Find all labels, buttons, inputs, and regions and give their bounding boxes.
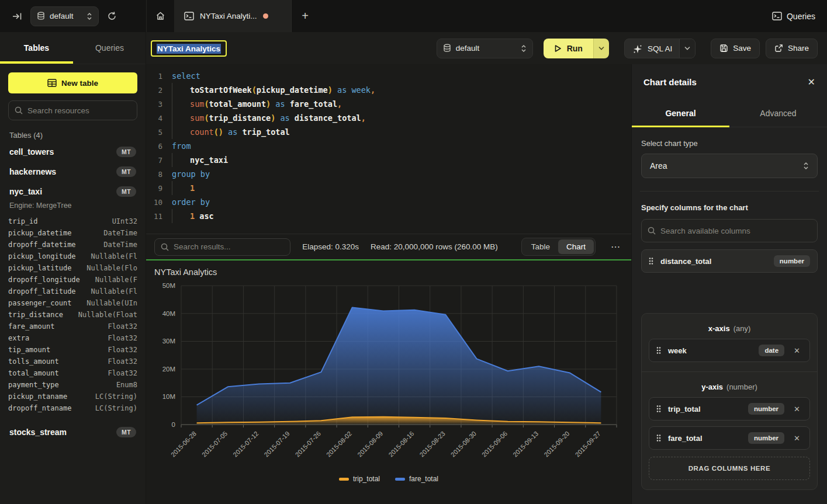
column-chip-name: week [668,346,752,355]
column-type: Nullable(F [95,274,137,286]
drag-handle-icon[interactable] [656,405,661,413]
table-name: cell_towers [9,147,54,157]
token: from [172,141,191,151]
share-button[interactable]: Share [766,39,818,58]
svg-text:2015-07-12: 2015-07-12 [231,430,259,458]
drag-handle-icon[interactable] [656,434,661,442]
legend-item-trip_total[interactable]: trip_total [339,475,380,483]
remove-icon[interactable]: ✕ [791,345,802,356]
svg-text:40M: 40M [162,310,175,317]
column-name: payment_type [8,379,59,391]
chart-legend: trip_totalfare_total [146,475,631,483]
sql-editor[interactable]: 1select2toStartOfWeek(pickup_datetime) a… [146,64,631,234]
drag-handle-icon[interactable] [649,257,653,265]
new-table-button[interactable]: New table [8,72,137,93]
results-search[interactable] [154,238,290,256]
y-axis-hint: (number) [726,383,757,391]
sql-ai-button[interactable]: SQL AI [625,39,679,58]
run-button[interactable]: Run [544,39,593,58]
column-name: pickup_ntaname [8,391,67,402]
remove-icon[interactable]: ✕ [791,433,802,444]
svg-text:2015-08-23: 2015-08-23 [418,430,447,458]
new-tab-icon[interactable]: + [292,0,319,32]
sql-ai-chevron-icon[interactable] [679,39,695,58]
y-axis-title: y-axis [701,383,723,391]
refresh-icon[interactable] [105,9,119,23]
column-chip-name: fare_total [668,434,741,443]
column-chip-trip_total[interactable]: trip_totalnumber✕ [649,397,810,420]
svg-text:10M: 10M [162,393,175,400]
token: sum [190,113,204,123]
column-row: passenger_countNullable(UIn [8,297,137,309]
token: 1 [190,211,195,221]
tab-strip: NYTaxi Analyti... + [146,0,772,32]
read-stat: Read: 20,000,000 rows (260.00 MB) [371,242,498,251]
legend-swatch [395,478,405,481]
results-search-input[interactable] [174,242,284,251]
code-line: 8group by [146,167,631,181]
column-type: Nullable(Fl [91,251,137,262]
query-title-input[interactable]: NYTaxi Analytics [151,40,227,57]
column-name: fare_amount [8,321,54,332]
table-row[interactable]: hackernewsMT [8,162,137,182]
collapse-sidebar-icon[interactable] [9,9,25,24]
tab-nytaxi-analytics[interactable]: NYTaxi Analyti... [175,0,292,32]
table-row[interactable]: stocks_streamMT [8,422,137,442]
topbar-left: default [0,0,146,32]
resources-search-input[interactable] [27,106,131,115]
column-chip-week[interactable]: weekdate✕ [649,339,810,362]
line-number: 3 [146,100,162,109]
drag-handle-icon[interactable] [656,346,661,354]
table-row[interactable]: cell_towersMT [8,142,137,162]
tab-queries[interactable]: Queries [73,32,146,64]
more-options-icon[interactable]: ⋯ [607,239,624,255]
close-icon[interactable]: ✕ [808,77,815,88]
legend-swatch [339,478,349,481]
query-toolbar: NYTaxi Analytics default [146,32,827,64]
column-row: pickup_datetimeDateTime [8,227,137,239]
tab-advanced[interactable]: Advanced [729,99,827,127]
table-grid-icon [47,79,57,87]
view-toggle-table[interactable]: Table [523,239,558,254]
columns-search-input[interactable] [660,227,811,235]
column-name: extra [8,332,29,344]
table-row[interactable]: nyc_taxiMT [8,182,137,201]
column-chip-distance_total[interactable]: distance_totalnumber [641,249,818,273]
view-toggle-chart[interactable]: Chart [558,239,594,254]
column-chip-name: trip_total [668,405,741,413]
column-row: payment_typeEnum8 [8,379,137,391]
query-database-selector[interactable]: default [437,39,533,58]
tab-general[interactable]: General [632,99,729,127]
database-selector[interactable]: default [30,6,99,26]
remove-icon[interactable]: ✕ [791,404,802,415]
column-name: pickup_datetime [8,227,71,239]
line-number: 11 [146,212,162,221]
column-row: pickup_longitudeNullable(Fl [8,251,137,262]
code-text: select [172,71,200,81]
column-row: dropoff_latitudeNullable(Fl [8,286,137,297]
view-toggle: TableChart [521,238,596,256]
drop-zone[interactable]: DRAG COLUMNS HERE [649,457,810,480]
code-text: sum(total_amount) as fare_total, [190,99,342,109]
svg-text:2015-09-13: 2015-09-13 [511,430,539,458]
column-type: Nullable(Flo [86,262,137,274]
home-icon[interactable] [147,0,175,32]
column-chip-fare_total[interactable]: fare_totalnumber✕ [649,426,810,450]
run-options-chevron-icon[interactable] [593,39,609,58]
save-button[interactable]: Save [711,39,760,58]
indent-guide [172,111,190,125]
x-axis-hint: (any) [733,324,751,333]
token: as [271,99,290,109]
console-icon [184,12,194,20]
queries-button[interactable]: Queries [772,12,815,21]
token: order by [172,197,210,207]
column-row: trip_idUInt32 [8,215,137,227]
token: total_amount [209,99,267,109]
token: count [190,127,214,137]
tab-tables[interactable]: Tables [0,32,73,64]
line-number: 9 [146,184,162,193]
legend-item-fare_total[interactable]: fare_total [395,475,438,483]
resources-search[interactable] [8,100,137,120]
chart-type-select[interactable]: Area [641,154,818,178]
columns-search[interactable] [641,219,818,242]
